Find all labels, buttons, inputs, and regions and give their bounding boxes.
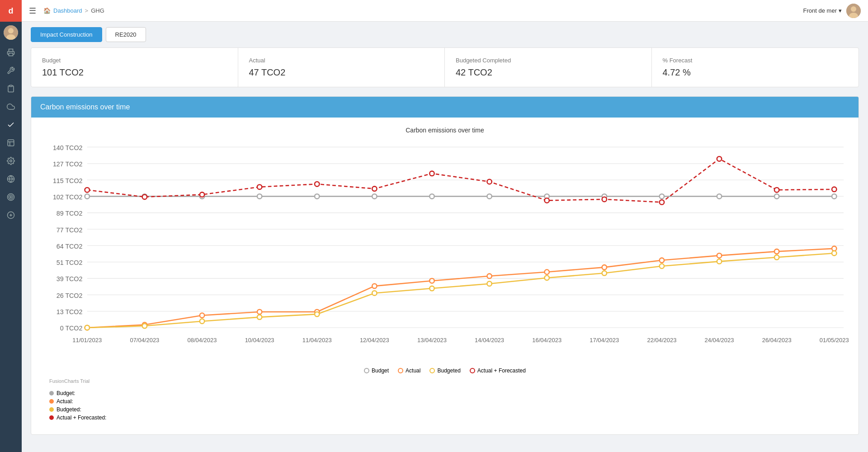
svg-point-75 — [257, 310, 262, 314]
chart-svg: 140 TCO2 127 TCO2 115 TCO2 102 TCO2 89 T… — [40, 138, 849, 361]
org-dropdown-icon: ▾ — [839, 7, 842, 14]
svg-point-98 — [774, 255, 779, 259]
svg-point-12 — [9, 195, 13, 199]
sidebar-icon-add[interactable] — [0, 206, 22, 224]
sidebar: d — [0, 0, 22, 452]
metric-budgeted-value: 42 TCO2 — [456, 67, 641, 78]
svg-point-62 — [315, 182, 319, 186]
svg-point-84 — [774, 249, 779, 254]
svg-point-77 — [372, 284, 377, 288]
app-logo[interactable]: d — [0, 0, 22, 22]
svg-point-18 — [851, 6, 856, 12]
svg-point-71 — [832, 187, 836, 192]
svg-text:64 TCO2: 64 TCO2 — [57, 243, 83, 250]
metric-budget-label: Budget — [42, 57, 227, 64]
user-avatar-topbar[interactable] — [846, 4, 861, 18]
series-forecasted-name: Actual + Forecasted: — [57, 414, 106, 421]
series-actual: Actual: — [49, 398, 840, 405]
svg-point-90 — [315, 312, 319, 316]
legend-budgeted: Budgeted — [429, 367, 460, 374]
sidebar-icon-layout[interactable] — [0, 134, 22, 152]
metric-actual: Actual 47 TCO2 — [238, 48, 445, 87]
svg-text:26 TCO2: 26 TCO2 — [57, 292, 83, 299]
metric-forecast-value: 4.72 % — [663, 67, 848, 78]
user-avatar-sidebar[interactable] — [4, 25, 18, 40]
svg-text:12/04/2023: 12/04/2023 — [360, 337, 389, 344]
svg-point-91 — [372, 291, 377, 295]
sidebar-icon-settings[interactable] — [0, 152, 22, 170]
tab-re2020[interactable]: RE2020 — [106, 27, 146, 42]
svg-point-93 — [487, 281, 491, 286]
svg-text:13/04/2023: 13/04/2023 — [417, 337, 447, 344]
svg-point-83 — [717, 253, 722, 258]
series-budgeted: Budgeted: — [49, 406, 840, 413]
legend-forecasted-dot — [470, 368, 475, 373]
svg-text:07/04/2023: 07/04/2023 — [130, 337, 159, 344]
sidebar-icon-print[interactable] — [0, 43, 22, 61]
sidebar-icon-target[interactable] — [0, 188, 22, 206]
svg-text:10/04/2023: 10/04/2023 — [245, 337, 274, 344]
svg-point-79 — [487, 274, 491, 278]
svg-point-47 — [257, 194, 262, 198]
svg-point-99 — [832, 251, 836, 255]
sidebar-icon-globe[interactable] — [0, 170, 22, 188]
svg-point-8 — [10, 160, 12, 162]
svg-rect-4 — [9, 85, 12, 87]
legend-actual-label: Actual — [406, 367, 420, 374]
breadcrumb-current: GHG — [91, 7, 104, 14]
svg-point-1 — [8, 28, 14, 33]
legend-actual-dot — [398, 368, 403, 373]
sidebar-icon-tools[interactable] — [0, 61, 22, 80]
metrics-row: Budget 101 TCO2 Actual 47 TCO2 Budgeted … — [31, 47, 859, 87]
breadcrumb-icon: 🏠 — [43, 7, 51, 14]
metric-budgeted-label: Budgeted Completed — [456, 57, 641, 64]
series-list: Budget: Actual: Budgeted: Actual + Forec… — [40, 388, 849, 425]
breadcrumb: 🏠 Dashboard > GHG — [43, 7, 104, 14]
svg-text:16/04/2023: 16/04/2023 — [532, 337, 561, 344]
hamburger-icon[interactable]: ☰ — [29, 6, 36, 16]
breadcrumb-dashboard[interactable]: Dashboard — [53, 7, 82, 14]
svg-text:51 TCO2: 51 TCO2 — [57, 259, 83, 266]
svg-point-55 — [717, 194, 722, 198]
svg-text:22/04/2023: 22/04/2023 — [647, 337, 676, 344]
svg-point-68 — [660, 200, 664, 204]
svg-point-64 — [429, 171, 434, 176]
svg-point-13 — [10, 197, 12, 198]
sidebar-icon-cloud[interactable] — [0, 98, 22, 116]
page-content: Impact Construction RE2020 Budget 101 TC… — [22, 22, 868, 452]
metric-budgeted-completed: Budgeted Completed 42 TCO2 — [445, 48, 652, 87]
legend-actual: Actual — [398, 367, 420, 374]
svg-text:127 TCO2: 127 TCO2 — [53, 160, 83, 168]
svg-point-70 — [774, 188, 779, 192]
sidebar-icon-clipboard[interactable] — [0, 80, 22, 98]
svg-point-97 — [717, 259, 722, 264]
svg-point-65 — [487, 179, 491, 184]
svg-point-87 — [142, 324, 147, 328]
svg-rect-3 — [9, 53, 13, 56]
svg-point-67 — [602, 197, 607, 202]
svg-point-94 — [545, 276, 549, 280]
series-budget: Budget: — [49, 390, 840, 396]
svg-text:17/04/2023: 17/04/2023 — [590, 337, 619, 344]
tab-impact-construction[interactable]: Impact Construction — [31, 27, 102, 42]
svg-point-86 — [85, 325, 90, 330]
svg-text:0 TCO2: 0 TCO2 — [60, 325, 83, 332]
svg-text:08/04/2023: 08/04/2023 — [188, 337, 217, 344]
svg-text:13 TCO2: 13 TCO2 — [57, 308, 83, 315]
legend-budgeted-label: Budgeted — [437, 367, 460, 374]
svg-point-95 — [602, 271, 607, 275]
svg-point-80 — [545, 270, 549, 274]
svg-point-96 — [660, 264, 664, 268]
org-selector[interactable]: Front de mer ▾ — [803, 7, 842, 14]
series-forecasted-dot — [49, 415, 54, 420]
svg-point-89 — [257, 315, 262, 319]
sidebar-icon-check[interactable] — [0, 116, 22, 134]
svg-point-81 — [602, 265, 607, 269]
series-actual-dot — [49, 399, 54, 404]
topbar: ☰ 🏠 Dashboard > GHG Front de mer ▾ — [22, 0, 868, 22]
series-budget-name: Budget: — [57, 390, 75, 396]
svg-point-44 — [85, 194, 90, 198]
svg-text:24/04/2023: 24/04/2023 — [705, 337, 734, 344]
chart-header: Carbon emissions over time — [31, 97, 859, 118]
svg-text:115 TCO2: 115 TCO2 — [53, 177, 83, 184]
